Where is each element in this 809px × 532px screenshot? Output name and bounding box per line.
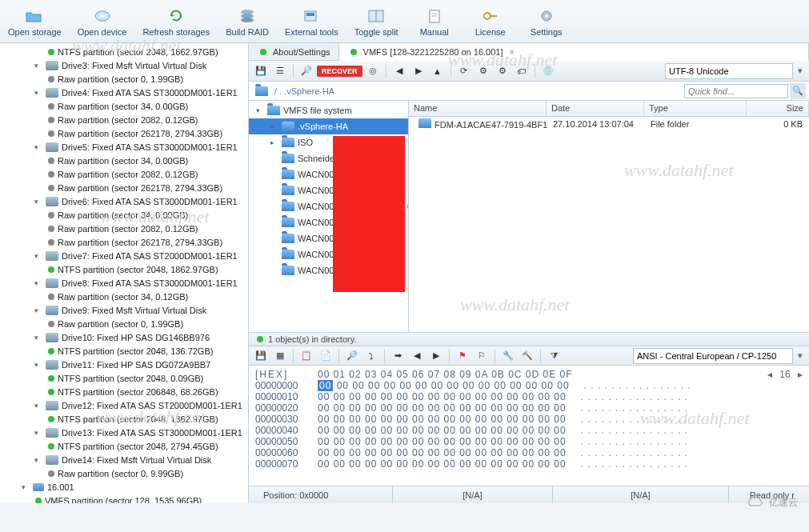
tree-row[interactable]: ▾Drive3: Fixed Msft Virtual Virtual Disk bbox=[0, 58, 248, 72]
tab[interactable]: About/Settings bbox=[249, 43, 339, 61]
search-icon[interactable]: 🔍 bbox=[790, 83, 806, 99]
refresh-icon[interactable]: ⟳ bbox=[455, 62, 473, 80]
flag2-icon[interactable]: ⚐ bbox=[473, 347, 491, 365]
back-icon[interactable]: ◀ bbox=[408, 347, 426, 365]
gear2-icon[interactable]: ⚙ bbox=[494, 62, 511, 80]
tab[interactable]: VMFS [128-3221225280 on 16.001]× bbox=[339, 43, 809, 61]
tree-row[interactable]: ▾Drive14: Fixed Msft Virtual Virtual Dis… bbox=[0, 453, 248, 466]
filesystem-tree[interactable]: ▾VMFS file system▸.vSphere-HA▸ISOSchneid… bbox=[249, 101, 409, 332]
col-date[interactable]: Date bbox=[547, 101, 644, 116]
hex-row[interactable]: 0000004000 00 00 00 00 00 00 00 00 00 00… bbox=[255, 425, 803, 436]
tree-row[interactable]: Raw partition (sector 0, 1.99GB) bbox=[0, 317, 248, 330]
paste-icon[interactable]: 📄 bbox=[317, 347, 334, 365]
license-button[interactable]: License bbox=[463, 2, 519, 41]
expand-icon[interactable]: ▾ bbox=[32, 360, 41, 369]
tree-row[interactable]: ▾Drive4: Fixed ATA SAS ST3000DM001-1ER1 bbox=[0, 86, 248, 99]
open-device-button[interactable]: Open device bbox=[70, 2, 135, 41]
external-tools-button[interactable]: External tools bbox=[277, 2, 346, 41]
find-icon[interactable]: 🔎 bbox=[343, 347, 361, 365]
expand-icon[interactable]: ▾ bbox=[32, 401, 41, 410]
hex-row[interactable]: 0000000000 00 00 00 00 00 00 00 00 00 00… bbox=[255, 380, 803, 391]
tree-row[interactable]: Raw partition (sector 34, 0.12GB) bbox=[0, 290, 248, 303]
hex-nav[interactable]: ◂ 16 ▸ bbox=[767, 369, 803, 380]
expand-icon[interactable]: ▾ bbox=[32, 455, 41, 464]
tree-row[interactable]: ▾Drive11: Fixed HP SAS DG072A9BB7 bbox=[0, 358, 248, 371]
fs-tree-row[interactable]: ▸.vSphere-HA bbox=[249, 118, 408, 134]
tool2-icon[interactable]: 🔨 bbox=[519, 347, 536, 365]
tree-row[interactable]: NTFS partition (sector 2048, 0.09GB) bbox=[0, 371, 248, 385]
close-icon[interactable]: × bbox=[509, 47, 514, 57]
expand-icon[interactable]: ▾ bbox=[32, 61, 41, 70]
hex-row[interactable]: 0000003000 00 00 00 00 00 00 00 00 00 00… bbox=[255, 414, 803, 425]
expand-icon[interactable]: ▾ bbox=[32, 333, 41, 342]
save-icon[interactable]: 💾 bbox=[252, 347, 270, 365]
tree-row[interactable]: Raw partition (sector 0, 1.99GB) bbox=[0, 72, 248, 86]
tree-row[interactable]: Raw partition (sector 2082, 0.12GB) bbox=[0, 167, 248, 181]
back-icon[interactable]: ◀ bbox=[390, 62, 408, 80]
tree-row[interactable]: ▾Drive6: Fixed ATA SAS ST3000DM001-1ER1 bbox=[0, 194, 248, 208]
save-icon[interactable]: 💾 bbox=[252, 62, 270, 80]
expand-icon[interactable]: ▸ bbox=[268, 138, 277, 147]
expand-icon[interactable]: ▾ bbox=[32, 197, 41, 206]
expand-icon[interactable]: ▾ bbox=[32, 142, 41, 151]
tree-row[interactable]: ▾Drive12: Fixed ATA SAS ST2000DM001-1ER1 bbox=[0, 398, 248, 412]
expand-icon[interactable]: ▸ bbox=[268, 122, 277, 131]
flag-icon[interactable]: ⚑ bbox=[454, 347, 471, 365]
select-icon[interactable]: ▦ bbox=[271, 347, 289, 365]
up-icon[interactable]: ▲ bbox=[429, 62, 447, 80]
expand-icon[interactable]: ▾ bbox=[254, 106, 262, 115]
tree-row[interactable]: ▾Drive8: Fixed ATA SAS ST3000DM001-1ER1 bbox=[0, 276, 248, 290]
file-row[interactable]: FDM-A1ACAE47-7919-4BF1-...27.10.2014 13:… bbox=[409, 117, 809, 131]
recover-button[interactable]: RECOVER bbox=[317, 66, 362, 77]
tag-icon[interactable]: 🏷 bbox=[513, 62, 531, 80]
tree-row[interactable]: NTFS partition (sector 2048, 1862.97GB) bbox=[0, 45, 248, 58]
build-raid-button[interactable]: Build RAID bbox=[218, 2, 277, 41]
tree-row[interactable]: Raw partition (sector 0, 9.99GB) bbox=[0, 466, 248, 480]
binoculars-icon[interactable]: 🔎 bbox=[298, 62, 315, 80]
gear-icon[interactable]: ⚙ bbox=[475, 62, 492, 80]
hex-row[interactable]: 0000007000 00 00 00 00 00 00 00 00 00 00… bbox=[255, 458, 803, 470]
tree-row[interactable]: NTFS partition (sector 2048, 2794.45GB) bbox=[0, 439, 248, 453]
tree-row[interactable]: Raw partition (sector 262178, 2794.33GB) bbox=[0, 181, 248, 194]
tree-row[interactable]: Raw partition (sector 34, 0.00GB) bbox=[0, 208, 248, 222]
hex-row[interactable]: 0000001000 00 00 00 00 00 00 00 00 00 00… bbox=[255, 391, 803, 402]
hex-encoding-select[interactable] bbox=[633, 348, 793, 364]
disc-icon[interactable]: 💿 bbox=[539, 62, 557, 80]
expand-icon[interactable]: ▾ bbox=[32, 278, 41, 287]
tree-row[interactable]: NTFS partition (sector 2048, 1862.97GB) bbox=[0, 262, 248, 276]
list-icon[interactable]: ☰ bbox=[271, 62, 289, 80]
expand-icon[interactable]: ▾ bbox=[32, 88, 41, 97]
tree-row[interactable]: NTFS partition (sector 2048, 136.72GB) bbox=[0, 344, 248, 358]
col-name[interactable]: Name bbox=[409, 101, 547, 116]
expand-icon[interactable]: ▾ bbox=[19, 482, 28, 491]
tree-row[interactable]: Raw partition (sector 2082, 0.12GB) bbox=[0, 222, 248, 235]
path-text[interactable]: / . .vSphere-HA bbox=[271, 86, 684, 96]
settings-button[interactable]: Settings bbox=[519, 2, 575, 41]
hex-row[interactable]: 0000005000 00 00 00 00 00 00 00 00 00 00… bbox=[255, 436, 803, 447]
tool1-icon[interactable]: 🔧 bbox=[499, 347, 517, 365]
storage-tree[interactable]: NTFS partition (sector 2048, 1862.97GB)▾… bbox=[0, 43, 249, 503]
refresh-button[interactable]: Refresh storages bbox=[134, 2, 218, 41]
tree-row[interactable]: Raw partition (sector 2082, 0.12GB) bbox=[0, 113, 248, 126]
tree-row[interactable]: ▾Drive13: Fixed ATA SAS ST3000DM001-1ER1 bbox=[0, 426, 248, 439]
goto-icon[interactable]: ➡ bbox=[389, 347, 407, 365]
manual-button[interactable]: Manual bbox=[407, 2, 463, 41]
filter-icon[interactable]: ⧩ bbox=[545, 347, 563, 365]
tree-row[interactable]: Raw partition (sector 34, 0.00GB) bbox=[0, 99, 248, 113]
tree-row[interactable]: ▾16.001 bbox=[0, 480, 248, 494]
tree-row[interactable]: ▾Drive7: Fixed ATA SAS ST2000DM001-1ER1 bbox=[0, 249, 248, 262]
col-size[interactable]: Size bbox=[747, 101, 809, 116]
fs-tree-row[interactable]: ▾VMFS file system bbox=[249, 102, 408, 118]
copy-icon[interactable]: 📋 bbox=[298, 347, 315, 365]
find-next-icon[interactable]: ⤵ bbox=[362, 347, 380, 365]
open-storage-button[interactable]: Open storage bbox=[0, 2, 70, 41]
tree-row[interactable]: Raw partition (sector 262178, 2794.33GB) bbox=[0, 235, 248, 249]
encoding-select[interactable] bbox=[665, 63, 793, 79]
tree-row[interactable]: VMFS partition (sector 128, 1535.96GB) bbox=[0, 494, 248, 503]
target-icon[interactable]: ◎ bbox=[364, 62, 382, 80]
forward-icon[interactable]: ▶ bbox=[410, 62, 427, 80]
tree-row[interactable]: ▾Drive5: Fixed ATA SAS ST3000DM001-1ER1 bbox=[0, 140, 248, 154]
tree-row[interactable]: ▾Drive9: Fixed Msft Virtual Virtual Disk bbox=[0, 303, 248, 317]
hex-row[interactable]: 0000006000 00 00 00 00 00 00 00 00 00 00… bbox=[255, 447, 803, 458]
hex-view[interactable]: [HEX] 00 01 02 03 04 05 06 07 08 09 0A 0… bbox=[249, 366, 809, 486]
